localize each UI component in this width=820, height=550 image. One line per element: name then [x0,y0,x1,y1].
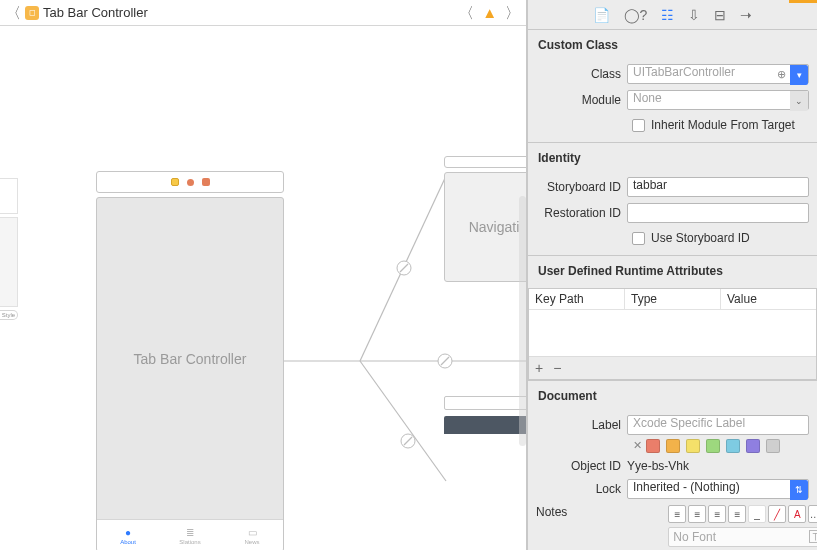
label-color-swatches: ✕ [633,439,809,453]
swatch[interactable] [666,439,680,453]
class-label: Class [536,67,621,81]
storyboard-id-label: Storyboard ID [536,180,621,194]
remove-row-icon[interactable]: − [553,360,561,376]
clear-swatch[interactable]: ✕ [633,439,642,453]
clear-icon[interactable]: ⊕ [777,68,786,81]
first-responder-icon[interactable] [171,178,179,186]
history-forward-icon[interactable]: 〉 [505,5,520,20]
inherit-module-checkbox[interactable] [632,119,645,132]
tbc-title: Tab Bar Controller [97,198,283,519]
add-row-icon[interactable]: + [535,360,543,376]
history-back-icon[interactable]: 〈 [459,5,474,20]
section-title: Document [536,387,809,409]
inspector-panel: 📄 ◯? ☷ ⇩ ⊟ ➝ Custom Class Class UITabBar… [527,0,817,550]
tab-icon: ▭ [248,527,257,538]
canvas-area[interactable]: Style Tab [0,26,526,550]
offscreen-node-fragment: Style [0,178,18,320]
document-section: Document Label Xcode Specific Label ✕ Ob… [528,381,817,550]
udra-section: User Defined Runtime Attributes Key Path… [528,256,817,381]
udra-table[interactable]: Key Path Type Value + − [528,288,817,380]
swatch[interactable] [686,439,700,453]
section-title: Identity [536,149,809,171]
notes-label: Notes [536,505,567,519]
section-title: User Defined Runtime Attributes [536,262,809,284]
align-left-icon[interactable]: ≡ [668,505,686,523]
module-field[interactable]: None ⌄ [627,90,809,110]
storyboard-id-field[interactable]: tabbar [627,177,809,197]
svg-point-8 [401,434,415,448]
use-storyboard-label: Use Storyboard ID [651,231,750,245]
svg-line-5 [400,264,408,272]
section-title: Custom Class [536,36,809,58]
col-value[interactable]: Value [721,289,816,309]
chevron-left-icon[interactable]: 〈 [6,5,21,20]
navigation-controller-node[interactable]: Navigati [444,156,526,282]
tab-icon: ● [125,527,131,538]
object-id-label: Object ID [536,459,621,473]
custom-class-section: Custom Class Class UITabBarController ⊕ … [528,30,817,143]
swatch[interactable] [746,439,760,453]
storyboard-canvas[interactable]: 〈 ◻ Tab Bar Controller 〈 ▲ 〉 Style [0,0,527,550]
chevron-down-icon[interactable]: ▾ [790,65,808,85]
separator: ⎯ [748,505,766,523]
lock-select[interactable]: Inherited - (Nothing) ⇅ [627,479,809,499]
inherit-module-label: Inherit Module From Target [651,118,795,132]
notes-toolbar: ≡ ≡ ≡ ≡ ⎯ ╱ A …▾ [668,505,820,523]
font-field[interactable]: No Font 🅃 [668,527,820,547]
view-controller-icon[interactable] [202,178,210,186]
identity-inspector-icon[interactable]: ☷ [661,7,674,23]
lock-label: Lock [536,482,621,496]
align-center-icon[interactable]: ≡ [688,505,706,523]
swatch[interactable] [726,439,740,453]
col-keypath[interactable]: Key Path [529,289,625,309]
tab-bar-controller-node[interactable]: Tab Bar Controller ● About ≣ Slations ▭ [96,171,284,550]
align-justify-icon[interactable]: ≡ [728,505,746,523]
swatch[interactable] [646,439,660,453]
jump-bar-title[interactable]: Tab Bar Controller [43,5,148,20]
class-field[interactable]: UITabBarController ⊕ ▾ [627,64,809,84]
partial-scene-node[interactable] [444,396,526,434]
help-inspector-icon[interactable]: ◯? [624,7,648,23]
doc-label-label: Label [536,418,621,432]
svg-point-4 [397,261,411,275]
restoration-id-label: Restoration ID [536,206,621,220]
svg-line-1 [360,176,446,361]
tab-icon: ≣ [186,527,194,538]
scene-icon: ◻ [25,6,39,20]
chevron-down-icon[interactable]: ⌄ [790,91,808,111]
text-color-icon[interactable]: ╱ [768,505,786,523]
updown-icon[interactable]: ⇅ [790,480,808,500]
module-label: Module [536,93,621,107]
svg-line-3 [360,361,446,481]
accent-strip [789,0,817,3]
inspector-tabs: 📄 ◯? ☷ ⇩ ⊟ ➝ [528,0,817,30]
connections-inspector-icon[interactable]: ➝ [740,7,752,23]
swatch[interactable] [766,439,780,453]
tab-item-stations[interactable]: ≣ Slations [159,520,221,550]
restoration-id-field[interactable] [627,203,809,223]
svg-line-7 [441,357,449,365]
nav-title: Navigati [445,173,526,281]
align-right-icon[interactable]: ≡ [708,505,726,523]
file-inspector-icon[interactable]: 📄 [593,7,610,23]
identity-section: Identity Storyboard ID tabbar Restoratio… [528,143,817,256]
tab-item-about[interactable]: ● About [97,520,159,550]
bg-color-icon[interactable]: A [788,505,806,523]
use-storyboard-checkbox[interactable] [632,232,645,245]
tab-bar: ● About ≣ Slations ▭ News [97,519,283,550]
exit-icon[interactable] [187,179,194,186]
svg-point-6 [438,354,452,368]
scrollbar[interactable] [519,196,526,446]
attributes-inspector-icon[interactable]: ⇩ [688,7,700,23]
doc-label-field[interactable]: Xcode Specific Label [627,415,809,435]
col-type[interactable]: Type [625,289,721,309]
object-id-value: Yye-bs-Vhk [627,459,689,473]
warning-icon[interactable]: ▲ [482,5,497,20]
svg-line-9 [404,437,412,445]
swatch[interactable] [706,439,720,453]
tab-item-news[interactable]: ▭ News [221,520,283,550]
jump-bar: 〈 ◻ Tab Bar Controller 〈 ▲ 〉 [0,0,526,26]
size-inspector-icon[interactable]: ⊟ [714,7,726,23]
scene-dock[interactable] [96,171,284,193]
